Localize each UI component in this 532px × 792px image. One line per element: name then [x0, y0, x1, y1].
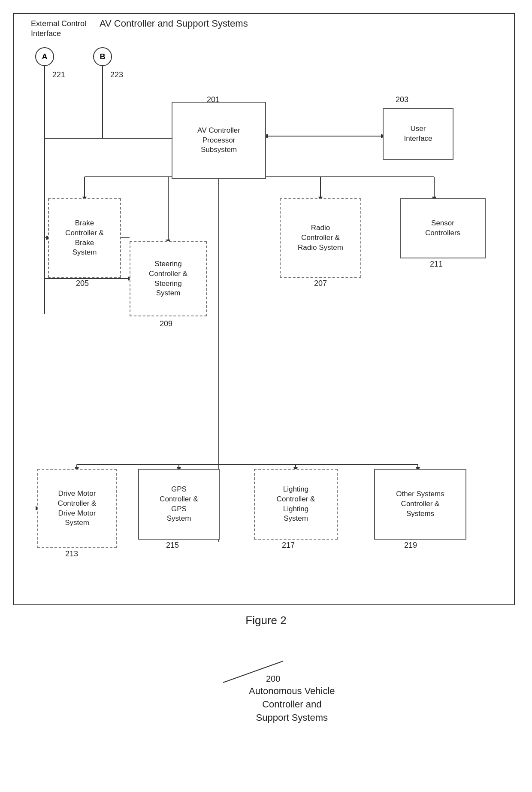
diagram-outer-border: AV Controller and Support Systems Extern… — [13, 13, 515, 605]
ref-211: 211 — [430, 260, 443, 269]
ref-217: 217 — [282, 541, 295, 550]
legend-area: 200 Autonomous Vehicle Controller and Su… — [215, 657, 472, 693]
user-interface-box: User Interface — [383, 108, 453, 160]
brake-box: Brake Controller & Brake System — [48, 198, 121, 278]
other-systems-box: Other Systems Controller & Systems — [374, 469, 466, 540]
ref-203: 203 — [396, 95, 408, 104]
ref-213: 213 — [65, 549, 78, 558]
legend-text: Autonomous Vehicle Controller and Suppor… — [249, 685, 335, 724]
radio-box: Radio Controller & Radio System — [280, 198, 361, 278]
ext-control-label: External ControlInterface — [31, 19, 86, 39]
legend-ref: 200 — [266, 674, 280, 684]
gps-box: GPS Controller & GPS System — [138, 469, 220, 540]
ref-219: 219 — [404, 541, 417, 550]
lighting-box: Lighting Controller & Lighting System — [254, 469, 338, 540]
node-a: A — [35, 47, 54, 66]
node-b: B — [93, 47, 112, 66]
ref-223: 223 — [110, 70, 123, 79]
diagram-title: AV Controller and Support Systems — [100, 18, 248, 29]
ref-207: 207 — [314, 279, 327, 288]
page-container: AV Controller and Support Systems Extern… — [0, 0, 532, 792]
steering-box: Steering Controller & Steering System — [130, 241, 207, 316]
sensor-box: Sensor Controllers — [400, 198, 486, 258]
ref-221: 221 — [52, 70, 65, 79]
figure-caption: Figure 2 — [0, 614, 532, 627]
drive-motor-box: Drive Motor Controller & Drive Motor Sys… — [37, 469, 117, 548]
ref-205: 205 — [76, 279, 89, 288]
ref-215: 215 — [166, 541, 179, 550]
av-controller-box: AV Controller Processor Subsystem — [172, 102, 266, 179]
ref-209: 209 — [160, 319, 172, 328]
